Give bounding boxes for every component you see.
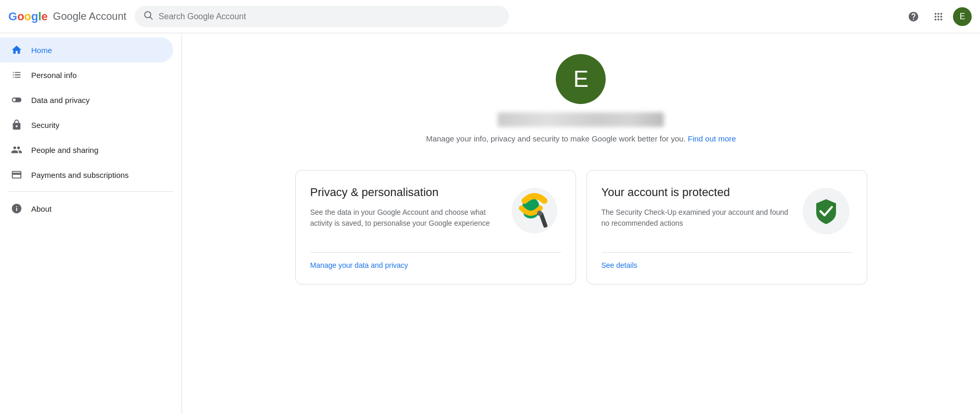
main-content: E Manage your info, privacy and security… — [182, 33, 980, 414]
profile-section: E Manage your info, privacy and security… — [426, 54, 736, 162]
security-card-description: The Security Check-Up examined your acco… — [602, 207, 792, 229]
page-layout: Home Personal info Data and privacy — [0, 33, 980, 414]
info-icon — [10, 202, 23, 215]
search-input[interactable] — [159, 12, 501, 21]
privacy-card-description: See the data in your Google Account and … — [310, 207, 501, 229]
sidebar: Home Personal info Data and privacy — [0, 33, 182, 414]
security-card-title: Your account is protected — [602, 185, 792, 200]
sidebar-item-people-sharing[interactable]: People and sharing — [0, 137, 173, 162]
toggle-icon — [10, 94, 23, 106]
account-text: Google Account — [53, 10, 126, 22]
privacy-card-link[interactable]: Manage your data and privacy — [310, 252, 561, 269]
shield-icon — [808, 193, 844, 229]
sidebar-item-about[interactable]: About — [0, 196, 173, 221]
profile-description: Manage your info, privacy and security t… — [426, 133, 736, 145]
profile-name-blurred — [498, 112, 664, 127]
sidebar-personal-info-label: Personal info — [31, 71, 77, 80]
security-card-text: Your account is protected The Security C… — [602, 185, 792, 229]
privacy-card[interactable]: Privacy & personalisation See the data i… — [295, 170, 576, 284]
google-wordmark: Google — [8, 10, 48, 23]
svg-point-0 — [145, 11, 151, 18]
person-icon — [10, 69, 23, 81]
header-actions: E — [903, 6, 972, 27]
help-button[interactable] — [903, 6, 924, 27]
sidebar-item-personal-info[interactable]: Personal info — [0, 62, 173, 87]
profile-avatar: E — [556, 54, 606, 104]
apps-button[interactable] — [928, 6, 949, 27]
lock-icon — [10, 119, 23, 131]
sidebar-people-sharing-label: People and sharing — [31, 146, 98, 154]
security-card[interactable]: Your account is protected The Security C… — [586, 170, 867, 284]
home-icon — [10, 44, 23, 56]
shield-container — [803, 188, 850, 235]
cards-row: Privacy & personalisation See the data i… — [295, 170, 867, 284]
svg-line-1 — [150, 17, 153, 20]
sidebar-data-privacy-label: Data and privacy — [31, 96, 90, 105]
sidebar-security-label: Security — [31, 121, 59, 130]
svg-point-7 — [537, 211, 542, 216]
sidebar-home-label: Home — [31, 46, 52, 55]
header-avatar[interactable]: E — [953, 7, 972, 26]
people-icon — [10, 144, 23, 156]
header: Google Google Account E — [0, 0, 980, 33]
privacy-illustration — [510, 186, 559, 236]
privacy-card-title: Privacy & personalisation — [310, 185, 501, 200]
security-card-content: Your account is protected The Security C… — [602, 185, 852, 242]
search-bar[interactable] — [135, 6, 509, 27]
sidebar-item-home[interactable]: Home — [0, 37, 173, 62]
credit-card-icon — [10, 169, 23, 181]
search-icon — [143, 10, 153, 23]
sidebar-about-label: About — [31, 204, 51, 213]
google-account-logo: Google Google Account — [8, 10, 126, 23]
privacy-card-image — [509, 185, 561, 237]
sidebar-item-payments[interactable]: Payments and subscriptions — [0, 162, 173, 187]
privacy-card-content: Privacy & personalisation See the data i… — [310, 185, 561, 242]
google-logo: Google — [8, 10, 48, 23]
sidebar-item-data-privacy[interactable]: Data and privacy — [0, 87, 173, 112]
find-out-more-link[interactable]: Find out more — [688, 134, 736, 143]
security-card-image — [800, 185, 852, 237]
sidebar-payments-label: Payments and subscriptions — [31, 171, 129, 179]
sidebar-item-security[interactable]: Security — [0, 112, 173, 137]
security-card-link[interactable]: See details — [602, 252, 852, 269]
privacy-card-text: Privacy & personalisation See the data i… — [310, 185, 501, 229]
sidebar-divider — [8, 191, 173, 192]
